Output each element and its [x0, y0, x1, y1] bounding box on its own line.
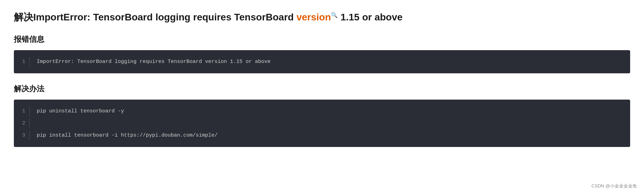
page-title: 解决ImportError: TensorBoard logging requi…: [14, 10, 630, 24]
line-number-1: 1: [19, 57, 30, 66]
line-content-3: pip install tensorboard -i https://pypi.…: [37, 131, 218, 140]
table-row: 1 pip uninstall tensorboard -y: [14, 105, 630, 117]
table-row: 1 ImportError: TensorBoard logging requi…: [14, 56, 630, 68]
solution-heading: 解决办法: [14, 84, 630, 94]
line-content-1: ImportError: TensorBoard logging require…: [37, 57, 271, 66]
title-version: version🔍: [297, 12, 338, 22]
line-number-3: 3: [19, 131, 30, 140]
footer-attribution: CSDN @小金金金金鱼: [591, 183, 637, 189]
solution-section: 解决办法 1 pip uninstall tensorboard -y 2 3 …: [14, 84, 630, 147]
search-icon: 🔍: [331, 12, 338, 18]
line-content-2: [37, 119, 40, 128]
error-code-block: 1 ImportError: TensorBoard logging requi…: [14, 50, 630, 73]
line-content-1: pip uninstall tensorboard -y: [37, 107, 124, 116]
line-number-2: 2: [19, 119, 30, 128]
title-suffix: 1.15 or above: [338, 12, 403, 22]
table-row: 3 pip install tensorboard -i https://pyp…: [14, 129, 630, 141]
error-section: 报错信息 1 ImportError: TensorBoard logging …: [14, 34, 630, 73]
table-row: 2: [14, 117, 630, 129]
solution-code-block: 1 pip uninstall tensorboard -y 2 3 pip i…: [14, 100, 630, 147]
title-prefix: 解决ImportError: TensorBoard logging requi…: [14, 12, 297, 22]
line-number-1: 1: [19, 107, 30, 116]
error-heading: 报错信息: [14, 34, 630, 45]
